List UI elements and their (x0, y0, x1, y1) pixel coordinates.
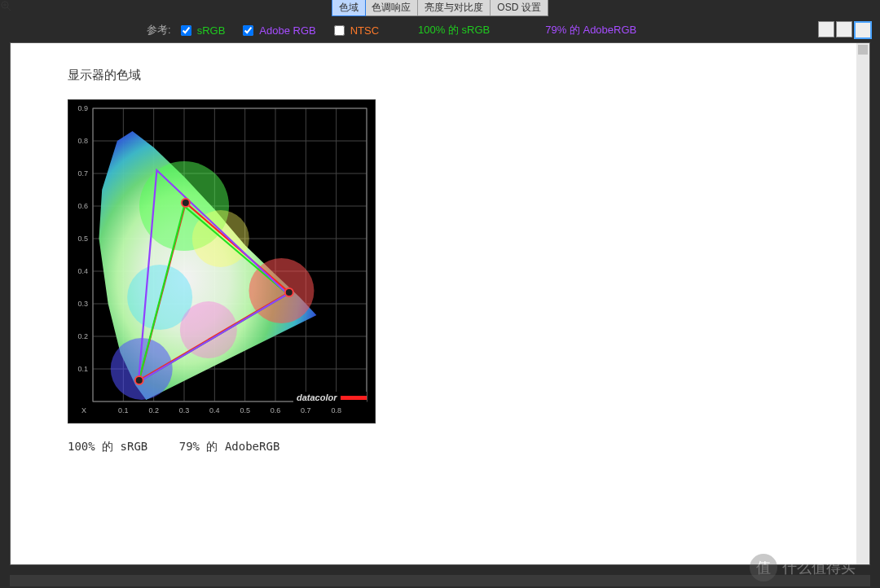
zoom-controls (818, 21, 872, 39)
svg-text:0.6: 0.6 (77, 202, 88, 210)
svg-point-48 (249, 258, 314, 323)
svg-text:0.2: 0.2 (148, 406, 159, 415)
svg-text:0.9: 0.9 (77, 104, 88, 112)
tab-osd[interactable]: OSD 设置 (491, 0, 547, 15)
svg-line-8 (7, 7, 11, 11)
svg-text:0.7: 0.7 (301, 406, 311, 415)
svg-text:0.1: 0.1 (77, 365, 88, 373)
srgb-label: sRGB (197, 24, 226, 37)
watermark-text: 什么值得买 (782, 558, 856, 577)
vertical-scrollbar[interactable] (856, 43, 869, 564)
svg-text:datacolor: datacolor (297, 393, 337, 402)
caption-adobergb: 79% 的 AdobeRGB (179, 440, 280, 453)
watermark-badge-icon: 值 (750, 554, 777, 581)
svg-text:0.4: 0.4 (77, 267, 88, 275)
options-bar: 参考: sRGB Adobe RGB NTSC 100% 的 sRGB 79% … (0, 18, 880, 42)
ntsc-checkbox[interactable]: NTSC (331, 23, 379, 38)
svg-text:0.7: 0.7 (77, 169, 88, 178)
tab-strip: 色域 色调响应 亮度与对比度 OSD 设置 (332, 0, 548, 16)
svg-point-57 (285, 288, 293, 296)
ntsc-checkbox-input[interactable] (334, 25, 345, 36)
svg-text:0.1: 0.1 (118, 406, 129, 415)
tab-gamut[interactable]: 色域 (332, 0, 366, 16)
watermark: 值 什么值得买 (750, 554, 856, 581)
gamut-chart: 0.10.20.30.40.50.60.70.80.10.20.30.40.50… (68, 99, 376, 423)
page-title: 显示器的色域 (68, 68, 869, 83)
svg-point-59 (135, 376, 143, 384)
adobergb-checkbox[interactable]: Adobe RGB (240, 23, 315, 38)
ntsc-label: NTSC (350, 24, 379, 37)
srgb-coverage-stat: 100% 的 sRGB (418, 23, 490, 37)
reference-label: 参考: (147, 23, 171, 37)
zoom-in-button[interactable] (818, 21, 834, 37)
scroll-up-icon[interactable] (858, 45, 868, 55)
zoom-fit-button[interactable] (854, 21, 872, 39)
svg-text:0.5: 0.5 (77, 235, 88, 243)
adobergb-label: Adobe RGB (259, 24, 315, 37)
top-bar: 色域 色调响应 亮度与对比度 OSD 设置 (0, 0, 880, 18)
caption-srgb: 100% 的 sRGB (68, 440, 147, 453)
svg-text:0.8: 0.8 (331, 406, 341, 415)
content-panel: 显示器的色域 0.10.20.30.40.50.60.70.80.10.20.3… (10, 42, 870, 565)
adobergb-checkbox-input[interactable] (243, 25, 253, 36)
svg-point-7 (2, 2, 8, 8)
svg-text:0.6: 0.6 (271, 406, 281, 415)
zoom-out-button[interactable] (836, 21, 852, 37)
svg-rect-62 (341, 396, 367, 400)
srgb-checkbox[interactable]: sRGB (178, 23, 226, 38)
svg-text:0.2: 0.2 (77, 332, 88, 340)
svg-text:0.5: 0.5 (240, 406, 250, 415)
svg-text:0.4: 0.4 (209, 406, 220, 415)
svg-text:0.8: 0.8 (77, 137, 88, 145)
horizontal-scrollbar[interactable] (10, 575, 870, 586)
svg-text:X: X (81, 406, 86, 415)
gamut-svg: 0.10.20.30.40.50.60.70.80.10.20.30.40.50… (68, 100, 375, 423)
chart-caption: 100% 的 sRGB 79% 的 AdobeRGB (68, 440, 869, 454)
tab-brightness[interactable]: 亮度与对比度 (418, 0, 491, 15)
svg-point-58 (182, 199, 190, 207)
adobergb-coverage-stat: 79% 的 AdobeRGB (545, 23, 636, 37)
tab-tone[interactable]: 色调响应 (365, 0, 418, 15)
svg-text:0.3: 0.3 (77, 300, 88, 308)
svg-point-51 (192, 210, 249, 267)
svg-text:0.3: 0.3 (179, 406, 190, 415)
srgb-checkbox-input[interactable] (181, 25, 191, 36)
